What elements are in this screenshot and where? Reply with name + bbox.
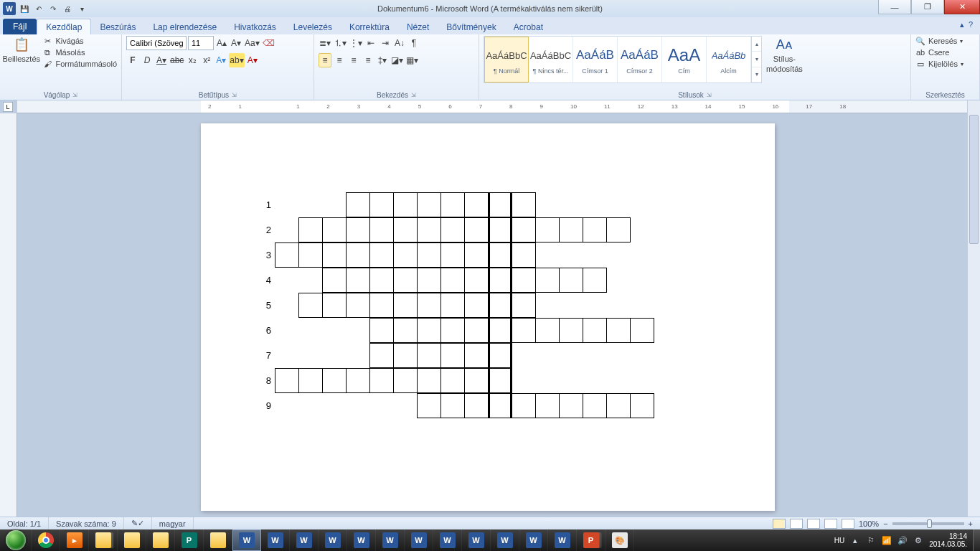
crossword-table[interactable]: 123456789 xyxy=(260,192,654,418)
zoom-out-icon[interactable]: − xyxy=(883,519,887,528)
crossword-cell[interactable] xyxy=(417,393,441,418)
tab-review[interactable]: Korrektúra xyxy=(341,19,398,34)
paragraph-launcher-icon[interactable]: ⇲ xyxy=(411,92,416,98)
crossword-cell[interactable] xyxy=(488,343,512,368)
crossword-cell[interactable] xyxy=(322,217,347,242)
zoom-thumb[interactable] xyxy=(927,519,932,528)
crossword-cell[interactable] xyxy=(606,393,631,418)
format-painter-button[interactable]: 🖌Formátummásoló xyxy=(42,59,117,69)
tray-action-icon[interactable]: ⚙ xyxy=(913,535,923,545)
crossword-cell[interactable] xyxy=(322,268,347,293)
task-word-6[interactable]: W xyxy=(376,529,405,551)
font-color-icon[interactable]: A▾ xyxy=(246,53,259,67)
crossword-cell[interactable] xyxy=(393,343,418,368)
task-explorer-4[interactable] xyxy=(204,529,232,551)
find-button[interactable]: 🔍Keresés▾ xyxy=(915,36,963,46)
font-size-input[interactable] xyxy=(188,36,214,50)
minimize-ribbon-icon[interactable]: ▴ xyxy=(960,20,964,29)
view-outline-icon[interactable] xyxy=(824,519,837,529)
style-item[interactable]: AaÁáBCímsor 2 xyxy=(618,37,662,83)
style-item[interactable]: AaÁáBCímsor 1 xyxy=(573,37,618,83)
crossword-cell[interactable] xyxy=(488,242,512,268)
crossword-cell[interactable] xyxy=(393,217,418,242)
crossword-cell[interactable] xyxy=(464,192,489,217)
crossword-cell[interactable] xyxy=(417,242,441,268)
font-launcher-icon[interactable]: ⇲ xyxy=(232,92,237,98)
status-spellcheck[interactable]: ✎✓ xyxy=(124,517,152,529)
status-language[interactable]: magyar xyxy=(152,517,194,529)
show-desktop-button[interactable] xyxy=(973,529,980,551)
crossword-cell[interactable] xyxy=(512,217,536,242)
strike-icon[interactable]: abc xyxy=(169,53,184,67)
crossword-cell[interactable] xyxy=(346,293,370,318)
crossword-cell[interactable] xyxy=(512,242,536,268)
show-marks-icon[interactable]: ¶ xyxy=(407,36,420,50)
underline-icon[interactable]: A▾ xyxy=(155,53,168,67)
cut-button[interactable]: ✂Kivágás xyxy=(42,36,117,46)
crossword-cell[interactable] xyxy=(583,217,607,242)
view-draft-icon[interactable] xyxy=(842,519,854,529)
task-word-11[interactable]: W xyxy=(519,529,548,551)
crossword-cell[interactable] xyxy=(298,368,323,393)
font-name-input[interactable] xyxy=(126,36,187,50)
crossword-cell[interactable] xyxy=(440,293,465,318)
align-left-icon[interactable]: ≡ xyxy=(319,53,331,67)
crossword-cell[interactable] xyxy=(369,368,394,393)
task-word-3[interactable]: W xyxy=(290,529,319,551)
task-paint[interactable]: 🎨 xyxy=(606,529,634,551)
crossword-cell[interactable] xyxy=(393,192,418,217)
task-publisher[interactable]: P xyxy=(175,529,204,551)
task-word-7[interactable]: W xyxy=(405,529,433,551)
zoom-slider[interactable] xyxy=(892,522,964,525)
replace-button[interactable]: abCsere xyxy=(915,47,963,57)
view-print-layout-icon[interactable] xyxy=(773,519,786,529)
crossword-cell[interactable] xyxy=(298,242,323,268)
tray-up-icon[interactable]: ▴ xyxy=(850,535,860,545)
bold-icon[interactable]: F xyxy=(126,53,139,67)
zoom-in-icon[interactable]: + xyxy=(969,519,973,528)
vertical-ruler[interactable] xyxy=(0,113,17,518)
task-powerpoint[interactable]: P xyxy=(577,529,606,551)
crossword-cell[interactable] xyxy=(488,192,512,217)
qat-save-icon[interactable]: 💾 xyxy=(19,3,30,14)
view-fullscreen-icon[interactable] xyxy=(790,519,803,529)
crossword-cell[interactable] xyxy=(369,343,394,368)
crossword-cell[interactable] xyxy=(559,318,583,343)
style-item[interactable]: AaACím xyxy=(662,37,707,83)
crossword-cell[interactable] xyxy=(346,242,370,268)
task-word-10[interactable]: W xyxy=(491,529,519,551)
crossword-cell[interactable] xyxy=(559,268,583,293)
view-web-icon[interactable] xyxy=(807,519,820,529)
crossword-cell[interactable] xyxy=(440,318,465,343)
subscript-icon[interactable]: x₂ xyxy=(186,53,199,67)
tab-references[interactable]: Hivatkozás xyxy=(225,19,285,34)
crossword-cell[interactable] xyxy=(369,217,394,242)
sort-icon[interactable]: A↓ xyxy=(393,36,406,50)
crossword-cell[interactable] xyxy=(417,293,441,318)
crossword-cell[interactable] xyxy=(488,368,512,393)
crossword-cell[interactable] xyxy=(606,217,631,242)
copy-button[interactable]: ⧉Másolás xyxy=(42,47,117,57)
crossword-cell[interactable] xyxy=(346,268,370,293)
crossword-cell[interactable] xyxy=(535,393,560,418)
line-spacing-icon[interactable]: ‡▾ xyxy=(376,53,389,67)
tab-acrobat[interactable]: Acrobat xyxy=(505,19,552,34)
crossword-cell[interactable] xyxy=(417,343,441,368)
tab-addins[interactable]: Bővítmények xyxy=(438,19,504,34)
tray-clock[interactable]: 18:14 2014.03.05. xyxy=(929,532,967,548)
change-case-icon[interactable]: Aa▾ xyxy=(244,36,260,50)
task-explorer-1[interactable] xyxy=(89,529,118,551)
justify-icon[interactable]: ≡ xyxy=(362,53,374,67)
crossword-cell[interactable] xyxy=(440,192,465,217)
crossword-cell[interactable] xyxy=(583,318,607,343)
crossword-cell[interactable] xyxy=(369,242,394,268)
task-media[interactable]: ▸ xyxy=(60,529,89,551)
style-item[interactable]: AaÁáBbAlcím xyxy=(707,37,751,83)
highlight-icon[interactable]: ab▾ xyxy=(229,53,244,67)
tab-stop-selector[interactable]: L xyxy=(3,102,13,112)
qat-more-icon[interactable]: ▾ xyxy=(76,3,88,14)
superscript-icon[interactable]: x² xyxy=(200,53,213,67)
crossword-cell[interactable] xyxy=(393,242,418,268)
crossword-cell[interactable] xyxy=(369,192,394,217)
styles-gallery[interactable]: AaÁáBbC¶ NormálAaÁáBbC¶ Nincs tér...AaÁá… xyxy=(484,36,762,83)
